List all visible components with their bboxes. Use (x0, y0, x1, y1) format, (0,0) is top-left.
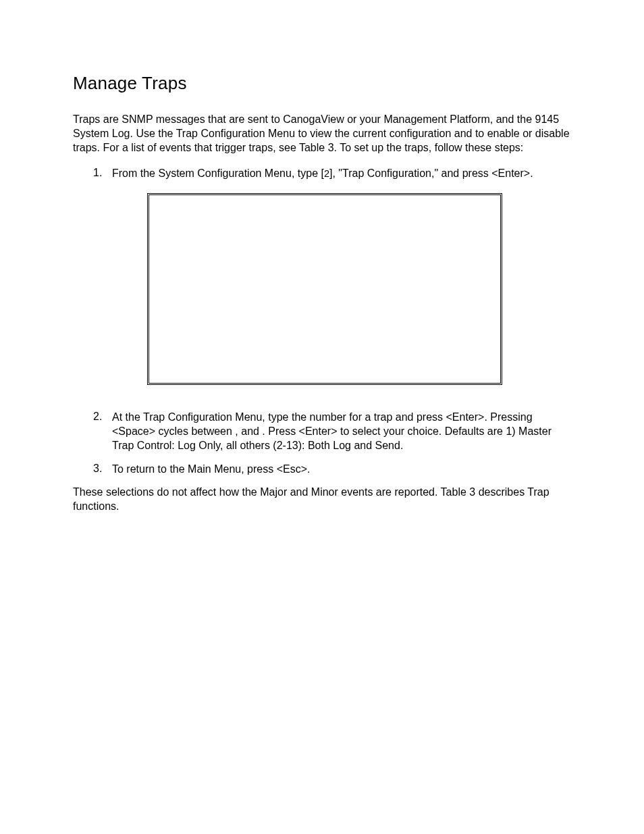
figure-placeholder-box (147, 193, 502, 385)
page-container: Manage Traps Traps are SNMP messages tha… (0, 0, 644, 514)
closing-paragraph: These selections do not affect how the M… (73, 486, 571, 514)
step1-post: ], "Trap Configuration," and press <Ente… (329, 167, 533, 179)
step-text: From the System Configuration Menu, type… (112, 167, 571, 181)
step-3: 3. To return to the Main Menu, press <Es… (73, 463, 571, 477)
step-2: 2. At the Trap Configuration Menu, type … (73, 411, 571, 452)
step1-inline-num: 2 (324, 168, 329, 179)
intro-paragraph: Traps are SNMP messages that are sent to… (73, 113, 571, 155)
step-number: 1. (93, 167, 112, 181)
section-heading: Manage Traps (73, 73, 571, 94)
step-number: 3. (93, 463, 112, 477)
step-text: At the Trap Configuration Menu, type the… (112, 411, 571, 452)
step1-pre: From the System Configuration Menu, type… (112, 167, 324, 179)
step-number: 2. (93, 411, 112, 452)
step-1: 1. From the System Configuration Menu, t… (73, 167, 571, 181)
step-text: To return to the Main Menu, press <Esc>. (112, 463, 571, 477)
